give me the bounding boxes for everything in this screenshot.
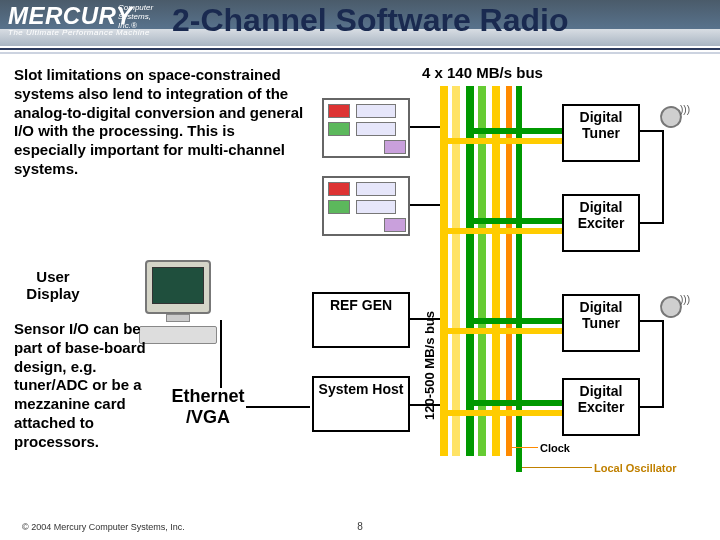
clock-line [512, 447, 538, 448]
monitor-base-icon [166, 314, 190, 322]
header-rule-2 [0, 52, 720, 54]
proc-b2-blk2 [356, 182, 396, 196]
paragraph-2: Sensor I/O can be part of base-board des… [14, 320, 168, 451]
antenna-icon-2: ))) [660, 296, 690, 336]
paragraph-1: Slot limitations on space-constrained sy… [14, 66, 310, 179]
bus-top-label: 4 x 140 MB/s bus [422, 64, 543, 81]
slide-title: 2-Channel Software Radio [172, 2, 569, 39]
slide-root: MERCURY Computer Systems, Inc.® The Ulti… [0, 0, 720, 540]
page-number: 8 [357, 521, 363, 532]
conn-board2-bus [410, 204, 440, 206]
tap-2b [440, 228, 564, 234]
tap-4 [474, 400, 564, 406]
conn-monitor-down [220, 320, 222, 388]
card-system-host-label: System Host [314, 378, 408, 400]
proc-b2-blk1 [328, 182, 350, 196]
proc-b1-blk2 [356, 104, 396, 118]
header-rule-1 [0, 48, 720, 50]
screen-icon [152, 267, 204, 304]
wave-icon: ))) [680, 294, 690, 305]
antenna-icon-1: ))) [660, 106, 690, 146]
clock-label: Clock [540, 442, 570, 454]
tap-3 [474, 318, 564, 324]
proc-b1-blk3 [328, 122, 350, 136]
card-digital-tuner-2-label: Digital Tuner [564, 296, 638, 334]
card-digital-exciter-1-label: Digital Exciter [564, 196, 638, 234]
processor-board-1 [322, 98, 410, 158]
tap-2 [474, 218, 564, 224]
card-digital-tuner-2: Digital Tuner [562, 294, 640, 352]
conn-eth-right [246, 406, 310, 408]
card-system-host: System Host [312, 376, 410, 432]
bus-vert-label: 120-500 MB/s bus [422, 311, 437, 420]
proc-b1-blk5 [384, 140, 406, 154]
lo-line [522, 467, 592, 468]
conn-tuner2-ant [640, 320, 662, 322]
proc-b2-blk5 [384, 218, 406, 232]
conn-exciter1-ant [640, 222, 664, 224]
crt-icon [145, 260, 211, 314]
clock-drop [506, 440, 512, 456]
card-ref-gen-label: REF GEN [314, 294, 408, 316]
processor-board-2 [322, 176, 410, 236]
proc-b2-blk4 [356, 200, 396, 214]
card-digital-exciter-2: Digital Exciter [562, 378, 640, 436]
ethernet-vga-label: Ethernet /VGA [168, 386, 248, 428]
wave-icon: ))) [680, 104, 690, 115]
conn-exciter2-ant [640, 406, 664, 408]
conn-board1-bus [410, 126, 440, 128]
brand-wordmark: MERCURY [8, 2, 132, 30]
copyright-footer: © 2004 Mercury Computer Systems, Inc. [22, 522, 185, 532]
proc-b1-blk4 [356, 122, 396, 136]
local-oscillator-label: Local Oscillator [594, 462, 677, 474]
conn-tuner1-ant [640, 130, 662, 132]
brand-super: Computer Systems, Inc.® [118, 3, 153, 30]
tap-1 [474, 128, 564, 134]
user-display-label: User Display [22, 268, 84, 302]
slide-header: MERCURY Computer Systems, Inc.® The Ulti… [0, 0, 720, 56]
conn-ant2-vert [662, 320, 664, 408]
card-ref-gen: REF GEN [312, 292, 410, 348]
card-digital-tuner-1: Digital Tuner [562, 104, 640, 162]
brand-logo: MERCURY Computer Systems, Inc.® The Ulti… [8, 2, 150, 37]
card-digital-exciter-1: Digital Exciter [562, 194, 640, 252]
card-digital-tuner-1-label: Digital Tuner [564, 106, 638, 144]
tap-1b [440, 138, 564, 144]
proc-b2-blk3 [328, 200, 350, 214]
card-digital-exciter-2-label: Digital Exciter [564, 380, 638, 418]
lo-drop [516, 456, 522, 472]
proc-b1-blk1 [328, 104, 350, 118]
conn-ant1-vert [662, 130, 664, 224]
tap-3b [440, 328, 564, 334]
tap-4b [440, 410, 564, 416]
